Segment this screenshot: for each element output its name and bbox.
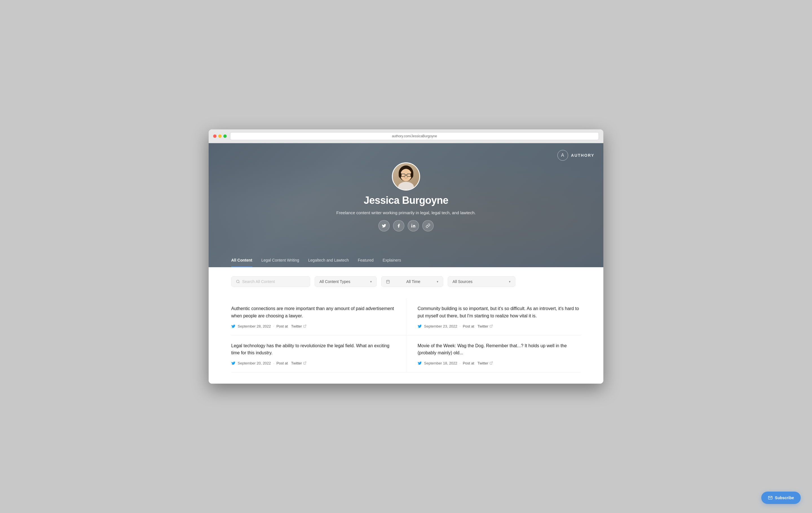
svg-line-14 bbox=[304, 325, 306, 327]
post-date: September 23, 2022 bbox=[424, 324, 457, 328]
linkedin-link[interactable] bbox=[408, 220, 419, 232]
content-area: Search All Content All Content Types ▾ A… bbox=[209, 267, 603, 383]
sources-chevron-icon: ▾ bbox=[509, 280, 511, 283]
minimize-dot[interactable] bbox=[218, 134, 222, 138]
post-meta: September 28, 2022 · Post at Twitter bbox=[231, 324, 395, 328]
post-date: September 28, 2022 bbox=[238, 324, 271, 328]
website-link[interactable] bbox=[422, 220, 434, 232]
post-meta: September 23, 2022 · Post at Twitter bbox=[417, 324, 581, 328]
svg-line-16 bbox=[304, 362, 306, 364]
external-link-icon bbox=[489, 325, 493, 328]
sources-dropdown[interactable]: All Sources ▾ bbox=[448, 276, 515, 287]
tab-explainers[interactable]: Explainers bbox=[383, 254, 401, 267]
authory-text: AUTHORY bbox=[571, 153, 594, 157]
browser-chrome: authory.com/JessicaBurgoyne bbox=[209, 129, 603, 143]
hero-section: A AUTHORY bbox=[209, 143, 603, 267]
external-link-icon bbox=[489, 361, 493, 365]
facebook-link[interactable] bbox=[393, 220, 404, 232]
svg-point-7 bbox=[410, 172, 413, 178]
tab-legaltech[interactable]: Legaltech and Lawtech bbox=[308, 254, 349, 267]
post-text: Movie of the Week: Wag the Dog. Remember… bbox=[417, 342, 581, 357]
twitter-icon bbox=[417, 361, 422, 365]
meta-separator: · bbox=[273, 324, 274, 328]
post-meta: September 20, 2022 · Post at Twitter bbox=[231, 361, 395, 365]
subscribe-button[interactable]: Subscribe bbox=[761, 491, 801, 504]
svg-rect-10 bbox=[386, 280, 390, 283]
time-chevron-icon: ▾ bbox=[437, 280, 438, 283]
subscribe-label: Subscribe bbox=[775, 495, 794, 500]
sources-label: All Sources bbox=[453, 279, 472, 284]
time-label: All Time bbox=[406, 279, 420, 284]
twitter-icon bbox=[231, 324, 235, 328]
posts-grid: Authentic connections are more important… bbox=[231, 298, 581, 372]
post-text: Legal technology has the ability to revo… bbox=[231, 342, 395, 357]
external-link-icon bbox=[303, 325, 307, 328]
profile-bio: Freelance content writer working primari… bbox=[336, 210, 476, 215]
svg-line-17 bbox=[491, 362, 493, 364]
authory-circle-icon: A bbox=[557, 150, 568, 161]
chevron-down-icon: ▾ bbox=[370, 280, 372, 283]
tabs-bar: All Content Legal Content Writing Legalt… bbox=[209, 254, 603, 267]
address-bar[interactable]: authory.com/JessicaBurgoyne bbox=[230, 132, 599, 140]
svg-point-9 bbox=[236, 280, 239, 283]
svg-point-8 bbox=[411, 224, 412, 225]
tab-all-content[interactable]: All Content bbox=[231, 254, 252, 267]
authory-logo: A AUTHORY bbox=[557, 150, 594, 161]
envelope-icon bbox=[768, 495, 773, 500]
filter-bar: Search All Content All Content Types ▾ A… bbox=[231, 276, 581, 287]
close-dot[interactable] bbox=[213, 134, 216, 138]
twitter-link[interactable] bbox=[378, 220, 390, 232]
tab-legal-content[interactable]: Legal Content Writing bbox=[261, 254, 299, 267]
hero-content: Jessica Burgoyne Freelance content write… bbox=[336, 162, 476, 232]
external-link-icon bbox=[303, 361, 307, 365]
avatar-image bbox=[393, 163, 419, 190]
meta-separator: · bbox=[460, 361, 461, 365]
post-text: Community building is so important, but … bbox=[417, 305, 581, 319]
time-filter[interactable]: All Time ▾ bbox=[381, 276, 443, 287]
post-date: September 18, 2022 bbox=[424, 361, 457, 365]
social-links bbox=[378, 220, 434, 232]
post-card: Legal technology has the ability to revo… bbox=[231, 335, 406, 372]
post-link[interactable]: Post at Twitter bbox=[276, 324, 306, 328]
post-card: Movie of the Week: Wag the Dog. Remember… bbox=[406, 335, 581, 372]
post-link[interactable]: Post at Twitter bbox=[463, 324, 493, 328]
svg-point-5 bbox=[398, 182, 414, 190]
search-placeholder: Search All Content bbox=[242, 279, 275, 284]
post-meta: September 18, 2022 · Post at Twitter bbox=[417, 361, 581, 365]
tab-featured[interactable]: Featured bbox=[358, 254, 374, 267]
post-text: Authentic connections are more important… bbox=[231, 305, 395, 319]
post-link[interactable]: Post at Twitter bbox=[276, 361, 306, 365]
profile-name: Jessica Burgoyne bbox=[364, 194, 448, 206]
meta-separator: · bbox=[460, 324, 461, 328]
svg-line-15 bbox=[491, 325, 493, 327]
post-date: September 20, 2022 bbox=[238, 361, 271, 365]
search-box[interactable]: Search All Content bbox=[231, 276, 310, 287]
content-types-dropdown[interactable]: All Content Types ▾ bbox=[315, 276, 377, 287]
post-card: Authentic connections are more important… bbox=[231, 298, 406, 335]
calendar-icon bbox=[386, 280, 390, 283]
twitter-icon bbox=[417, 324, 422, 328]
content-types-label: All Content Types bbox=[319, 279, 350, 284]
browser-dots bbox=[213, 134, 227, 138]
maximize-dot[interactable] bbox=[223, 134, 227, 138]
post-link[interactable]: Post at Twitter bbox=[463, 361, 493, 365]
post-card: Community building is so important, but … bbox=[406, 298, 581, 335]
search-icon bbox=[236, 280, 240, 283]
svg-point-6 bbox=[399, 172, 402, 178]
url-text: authory.com/JessicaBurgoyne bbox=[392, 134, 437, 138]
meta-separator: · bbox=[273, 361, 274, 365]
avatar bbox=[392, 162, 420, 190]
twitter-icon bbox=[231, 361, 235, 365]
browser-window: authory.com/JessicaBurgoyne A AUTHORY bbox=[209, 129, 603, 383]
